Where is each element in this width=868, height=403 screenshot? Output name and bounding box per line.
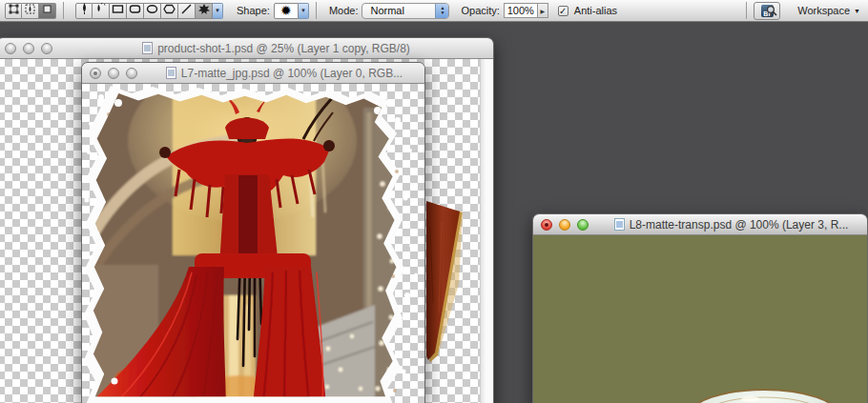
modified-dot-icon: [93, 71, 97, 75]
opacity-slider-arrow[interactable]: ▶: [538, 3, 548, 18]
l8-matte-transp-window: L8-matte-transp.psd @ 100% (Layer 3, R..…: [532, 213, 868, 403]
fill-pixels-icon: [41, 2, 53, 19]
mode-label: Mode:: [329, 5, 359, 16]
popup-stepper-icon: ▲▼: [435, 3, 448, 19]
opacity-label: Opacity:: [461, 5, 499, 16]
dropdown-icon: ▼: [300, 8, 306, 13]
canvas-l8-matte[interactable]: [533, 235, 867, 403]
rounded-rectangle-tool-button[interactable]: [127, 3, 144, 19]
document-proxy-icon: [166, 67, 176, 79]
fill-pixels-mode-button[interactable]: [39, 3, 56, 19]
separator: [316, 2, 317, 19]
check-icon: ✓: [559, 7, 567, 15]
document-proxy-icon: [142, 42, 153, 54]
shape-tool-segment: ▼: [75, 3, 223, 19]
antialias-label: Anti-alias: [574, 5, 617, 16]
close-button[interactable]: [5, 43, 16, 54]
window-title: L8-matte-transp.psd @ 100% (Layer 3, R..…: [630, 218, 849, 232]
wood-board-object: [421, 198, 474, 403]
close-button[interactable]: [541, 219, 552, 231]
go-to-bridge-button[interactable]: Br: [754, 2, 780, 20]
l7-matte-window: L7-matte_jpg.psd @ 100% (Layer 0, RGB...: [81, 62, 425, 403]
opacity-input[interactable]: 100%: [504, 3, 538, 18]
starburst-shape-icon: ✹: [280, 3, 292, 18]
title-bar[interactable]: product-shot-1.psd @ 25% (Layer 1 copy, …: [0, 38, 493, 59]
plate-object: [533, 235, 867, 403]
title-bar[interactable]: L8-matte-transp.psd @ 100% (Layer 3, R..…: [533, 214, 867, 235]
minimize-button[interactable]: [559, 219, 570, 231]
modified-dot-icon: [545, 223, 548, 227]
freeform-pen-icon: [93, 2, 108, 19]
minimize-button[interactable]: [23, 43, 34, 54]
ellipse-tool-button[interactable]: [144, 3, 161, 19]
antialias-checkbox[interactable]: ✓: [558, 6, 568, 16]
ellipse-icon: [146, 2, 158, 19]
window-title: product-shot-1.psd @ 25% (Layer 1 copy, …: [157, 42, 410, 55]
title-bar[interactable]: L7-matte_jpg.psd @ 100% (Layer 0, RGB...: [82, 63, 424, 84]
window-title: L7-matte_jpg.psd @ 100% (Layer 0, RGB...: [181, 67, 403, 80]
separator: [63, 2, 64, 19]
freeform-pen-tool-button[interactable]: [93, 3, 110, 19]
pen-icon: [78, 2, 91, 19]
tool-options-bar: ▼ Shape: ✹ ▼ Mode: Normal ▲▼ Opacity: 10…: [0, 0, 868, 22]
rectangle-tool-button[interactable]: [110, 3, 127, 19]
zoom-button[interactable]: [577, 219, 589, 231]
shape-label: Shape:: [237, 5, 270, 16]
line-icon: [180, 2, 193, 19]
rounded-rectangle-icon: [129, 2, 141, 19]
draw-mode-segment: [5, 3, 56, 19]
workspace-dropdown-icon[interactable]: ▼: [854, 8, 860, 14]
rectangle-icon: [112, 2, 124, 19]
magnifier-icon: [766, 5, 777, 16]
paths-mode-button[interactable]: [22, 3, 39, 19]
zoom-button[interactable]: [41, 43, 52, 54]
blend-mode-value: Normal: [370, 5, 435, 16]
custom-shape-dropdown-arrow[interactable]: ▼: [213, 3, 223, 19]
shape-layers-mode-button[interactable]: [5, 3, 22, 19]
dropdown-icon: ▼: [215, 8, 220, 13]
paths-icon: [24, 2, 36, 19]
pen-tool-button[interactable]: [75, 3, 93, 19]
custom-shape-tool-button[interactable]: [196, 3, 213, 19]
shape-preview-button[interactable]: ✹: [274, 3, 299, 19]
polygon-icon: [163, 2, 176, 19]
shape-picker-dropdown-arrow[interactable]: ▼: [299, 3, 309, 19]
close-button[interactable]: [90, 68, 101, 79]
zoom-button[interactable]: [126, 68, 137, 79]
line-tool-button[interactable]: [178, 3, 196, 19]
separator: [746, 2, 747, 19]
workspace-label[interactable]: Workspace: [797, 5, 850, 16]
minimize-button[interactable]: [108, 68, 119, 79]
blend-mode-popup[interactable]: Normal ▲▼: [362, 3, 449, 19]
custom-shape-icon: [197, 2, 211, 19]
right-arrow-icon: ▶: [541, 8, 546, 14]
polygon-tool-button[interactable]: [161, 3, 178, 19]
document-proxy-icon: [614, 218, 625, 231]
shape-layers-icon: [8, 2, 20, 19]
scrollbar-track[interactable]: [480, 59, 493, 403]
canvas-l7-matte[interactable]: [82, 84, 424, 403]
devil-photo-art: [82, 84, 424, 403]
opacity-value: 100%: [507, 5, 534, 16]
